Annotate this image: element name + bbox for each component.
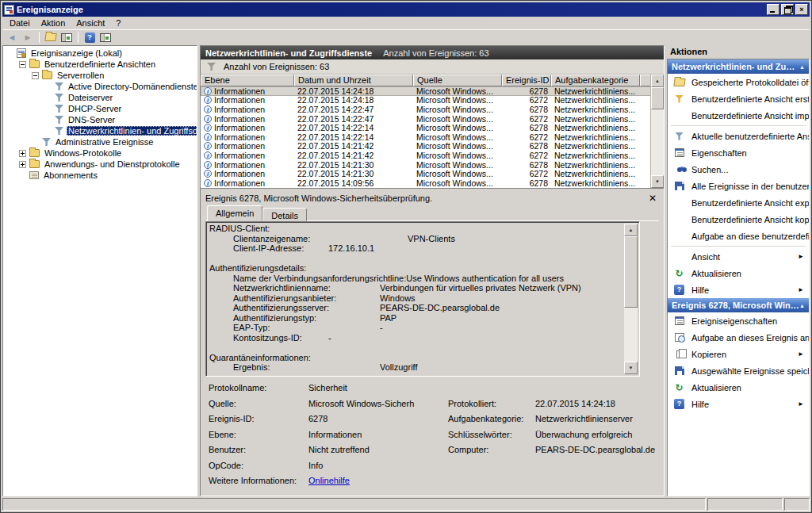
description-label: Netzwerkrichtlinienname: <box>209 283 380 293</box>
tree-item[interactable]: Ereignisanzeige (Lokal) <box>3 48 197 59</box>
event-level: iInformationen <box>201 169 294 178</box>
open-saved-log-button[interactable] <box>44 31 58 44</box>
action-item[interactable]: Ausgewählte Ereignisse speichern... <box>668 362 809 379</box>
show-action-pane-button[interactable] <box>98 31 113 44</box>
action-item[interactable]: Benutzerdefinierte Ansicht importieren..… <box>668 107 809 124</box>
scroll-thumb[interactable] <box>651 87 664 109</box>
column-header-Ebene[interactable]: Ebene <box>201 75 294 86</box>
expand-icon[interactable] <box>19 161 26 168</box>
action-item[interactable]: Gespeicherte Protokolldatei öffnen... <box>668 74 809 90</box>
collapse-chevron-icon[interactable]: ▲ <box>799 303 805 308</box>
action-item[interactable]: ?Hilfe► <box>668 281 809 298</box>
tree-item[interactable]: DHCP-Server <box>3 103 197 114</box>
description-scrollbar[interactable]: ▲ ▼ <box>624 224 638 374</box>
tree-item[interactable]: Benutzerdefinierte Ansichten <box>3 59 197 70</box>
action-section-header[interactable]: Ereignis 6278, Microsoft Windows-Sich...… <box>668 298 809 312</box>
event-level: iInformationen <box>201 95 294 105</box>
event-level: iInformationen <box>201 151 294 160</box>
event-row[interactable]: iInformationen22.07.2015 14:21:42Microso… <box>201 151 664 160</box>
event-rows: iInformationen22.07.2015 14:24:18Microso… <box>201 86 664 188</box>
show-console-tree-button[interactable] <box>59 31 74 44</box>
action-item[interactable]: Aktuelle benutzerdefinierte Ansicht filt… <box>668 128 809 144</box>
description-label: Clientanzeigename: <box>209 234 408 244</box>
tree-item[interactable]: Dateiserver <box>3 92 197 103</box>
scroll-up-icon[interactable]: ▲ <box>624 224 638 236</box>
scroll-track[interactable] <box>624 308 638 362</box>
action-item[interactable]: ↻Aktualisieren <box>668 265 809 281</box>
scroll-down-icon[interactable]: ▼ <box>624 362 638 374</box>
action-item[interactable]: Ereigniseigenschaften <box>668 312 809 329</box>
event-row[interactable]: iInformationen22.07.2015 14:24:18Microso… <box>201 86 664 96</box>
event-row[interactable]: iInformationen22.07.2015 14:22:47Microso… <box>201 105 664 114</box>
column-headers: EbeneDatum und UhrzeitQuelleEreignis-IDA… <box>201 75 664 86</box>
action-item[interactable]: ↻Aktualisieren <box>668 379 809 396</box>
description-line: Authentifizierungsserver:PEARS-DE-DC.pea… <box>209 303 624 313</box>
tree-item[interactable]: Abonnements <box>3 170 197 181</box>
action-item[interactable]: Kopieren► <box>668 346 809 362</box>
tree-item[interactable]: Serverrollen <box>3 70 197 81</box>
tree-item[interactable]: Administrative Ereignisse <box>3 136 197 147</box>
online-help-link[interactable]: Onlinehilfe <box>308 476 448 485</box>
event-row[interactable]: iInformationen22.07.2015 14:21:42Microso… <box>201 142 664 151</box>
tree-item[interactable]: Anwendungs- und Dienstprotokolle <box>3 159 197 170</box>
tree-item[interactable]: Active Directory-Domänendienste <box>3 81 197 92</box>
forward-button[interactable]: ► <box>21 31 35 44</box>
event-viewer-icon <box>17 48 26 58</box>
scroll-thumb[interactable] <box>624 236 638 308</box>
menu-item-datei[interactable]: Datei <box>4 17 36 29</box>
collapse-icon[interactable] <box>32 72 39 79</box>
action-item[interactable]: Ansicht► <box>668 248 809 265</box>
property-row: Protokollname:Sicherheit <box>209 383 657 399</box>
collapse-chevron-icon[interactable]: ▲ <box>799 64 805 70</box>
action-item[interactable]: Alle Ereignisse in der benutzerdefiniert… <box>668 178 809 194</box>
column-header-Datum und Uhrzeit[interactable]: Datum und Uhrzeit <box>294 75 413 86</box>
menu-item-?[interactable]: ? <box>110 17 126 29</box>
action-item[interactable]: Benutzerdefinierte Ansicht exportieren..… <box>668 194 809 211</box>
tree-item[interactable]: Netzwerkrichtlinien- und Zugriffsdienste <box>3 125 197 136</box>
event-row[interactable]: iInformationen22.07.2015 14:24:18Microso… <box>201 96 664 105</box>
event-category: Netzwerkrichtliniens... <box>551 105 640 114</box>
scroll-up-icon[interactable]: ▲ <box>651 75 664 87</box>
scroll-track[interactable] <box>651 109 664 175</box>
event-row[interactable]: iInformationen22.07.2015 14:22:14Microso… <box>201 123 664 132</box>
tree-item[interactable]: DNS-Server <box>3 114 197 125</box>
scroll-down-icon[interactable]: ▼ <box>651 175 664 188</box>
action-item[interactable]: Suchen... <box>668 161 809 178</box>
expand-icon[interactable] <box>19 150 26 157</box>
collapse-icon[interactable] <box>19 61 26 68</box>
event-datetime: 22.07.2015 14:22:14 <box>294 123 413 132</box>
column-header-Aufgabenkategorie[interactable]: Aufgabenkategorie <box>551 75 640 86</box>
action-item[interactable]: ?Hilfe► <box>668 396 809 412</box>
column-header-Quelle[interactable]: Quelle <box>413 75 502 86</box>
tab-allgemein[interactable]: Allgemein <box>207 205 262 221</box>
close-preview-icon[interactable]: ✕ <box>646 193 659 203</box>
restore-button[interactable] <box>781 4 794 15</box>
action-item[interactable]: Benutzerdefinierte Ansicht kopieren... <box>668 211 809 228</box>
close-button[interactable]: × <box>795 4 808 15</box>
action-item-label: Aufgabe an diese benutzerdefinierte An..… <box>691 232 809 241</box>
event-row[interactable]: iInformationen22.07.2015 14:22:47Microso… <box>201 114 664 124</box>
description-value: 172.16.10.1 <box>328 243 374 254</box>
event-id: 6278 <box>502 105 551 114</box>
event-row[interactable]: iInformationen22.07.2015 14:21:30Microso… <box>201 160 664 170</box>
action-item[interactable]: Eigenschaften <box>668 144 809 161</box>
event-row[interactable]: iInformationen22.07.2015 14:21:30Microso… <box>201 169 664 178</box>
event-row[interactable]: iInformationen22.07.2015 14:09:56Microso… <box>201 178 664 188</box>
event-row[interactable]: iInformationen22.07.2015 14:22:14Microso… <box>201 132 664 142</box>
event-list-scrollbar[interactable]: ▲ ▼ <box>650 75 664 188</box>
menu-item-aktion[interactable]: Aktion <box>36 17 71 29</box>
tab-details[interactable]: Details <box>262 208 307 221</box>
action-item[interactable]: Aufgabe an dieses Ereignis anfügen... <box>668 329 809 346</box>
minimize-button[interactable] <box>767 4 779 15</box>
menu-item-ansicht[interactable]: Ansicht <box>71 17 110 29</box>
action-item[interactable]: Aufgabe an diese benutzerdefinierte An..… <box>668 228 809 244</box>
column-header-Ereignis-ID[interactable]: Ereignis-ID <box>502 75 551 86</box>
back-button[interactable]: ◄ <box>5 31 19 44</box>
description-section: RADIUS-Client: <box>209 224 624 234</box>
help-button[interactable]: ? <box>82 31 97 44</box>
event-id: 6278 <box>502 123 551 132</box>
tree-item[interactable]: Windows-Protokolle <box>3 147 197 159</box>
action-item[interactable]: Benutzerdefinierte Ansicht erstellen... <box>668 90 809 107</box>
action-section-header[interactable]: Netzwerkrichtlinien- und Zugriffsdienste… <box>668 59 809 74</box>
console-tree: Ereignisanzeige (Lokal)Benutzerdefiniert… <box>3 46 197 181</box>
